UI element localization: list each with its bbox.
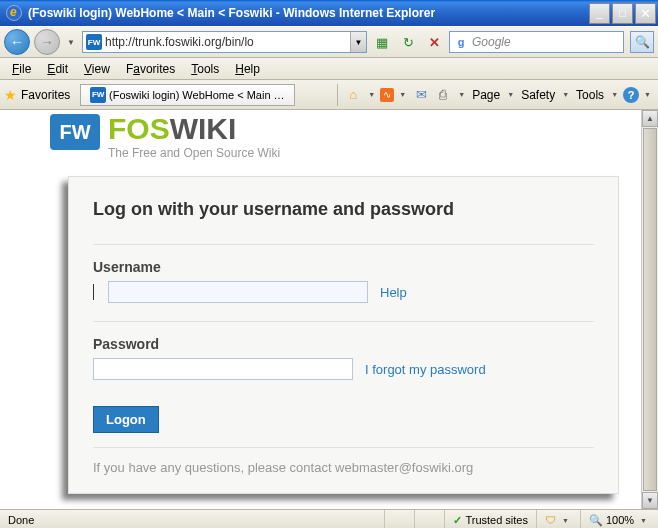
zoom-value: 100%: [606, 514, 634, 526]
navigation-toolbar: ← → ▼ FW http://trunk.foswiki.org/bin/lo…: [0, 26, 658, 58]
tab-favicon: FW: [90, 87, 106, 103]
stop-button[interactable]: ✕: [423, 31, 445, 53]
logo-text: FOSWIKI: [108, 114, 280, 144]
login-footer: If you have any questions, please contac…: [93, 447, 594, 475]
home-icon[interactable]: ⌂: [343, 85, 363, 105]
password-label: Password: [93, 336, 594, 352]
logon-button[interactable]: Logon: [93, 406, 159, 433]
arrow-left-icon: ←: [10, 34, 24, 50]
rss-dropdown[interactable]: ▼: [396, 91, 409, 98]
refresh-button[interactable]: ↻: [397, 31, 419, 53]
menu-help[interactable]: Help: [227, 60, 268, 78]
site-favicon: FW: [86, 34, 102, 50]
menu-edit[interactable]: Edit: [39, 60, 76, 78]
home-dropdown[interactable]: ▼: [365, 91, 378, 98]
search-box[interactable]: g Google: [449, 31, 624, 53]
command-bar: ★ Favorites FW (Foswiki login) WebHome <…: [0, 80, 658, 110]
rss-icon[interactable]: ∿: [380, 88, 394, 102]
page-content: FW FOSWIKI The Free and Open Source Wiki…: [0, 110, 658, 509]
vertical-scrollbar[interactable]: ▲ ▼: [641, 110, 658, 509]
compat-view-icon[interactable]: ▦: [371, 31, 393, 53]
browser-tab[interactable]: FW (Foswiki login) WebHome < Main < ...: [80, 84, 295, 106]
nav-history-dropdown[interactable]: ▼: [64, 32, 78, 52]
status-protected-mode[interactable]: 🛡 ▼: [537, 510, 581, 528]
forgot-password-link[interactable]: I forgot my password: [365, 362, 486, 377]
status-empty1: [385, 510, 415, 528]
status-empty2: [415, 510, 445, 528]
status-text: Done: [0, 510, 385, 528]
menu-view[interactable]: View: [76, 60, 118, 78]
url-text[interactable]: http://trunk.foswiki.org/bin/lo: [105, 35, 350, 49]
menu-favorites[interactable]: Favorites: [118, 60, 183, 78]
shield-icon: 🛡: [545, 514, 556, 526]
page-menu[interactable]: Page: [470, 88, 502, 102]
status-zone[interactable]: ✓ Trusted sites: [445, 510, 537, 528]
search-button[interactable]: 🔍: [630, 31, 654, 53]
help-icon[interactable]: ?: [623, 87, 639, 103]
safety-menu[interactable]: Safety: [519, 88, 557, 102]
search-placeholder: Google: [472, 35, 623, 49]
favorites-star-icon[interactable]: ★: [4, 87, 17, 103]
logo-tagline: The Free and Open Source Wiki: [108, 146, 280, 160]
mail-icon[interactable]: ✉: [411, 85, 431, 105]
zone-text: Trusted sites: [465, 514, 528, 526]
close-button[interactable]: ✕: [635, 3, 656, 24]
print-dropdown[interactable]: ▼: [455, 91, 468, 98]
tab-title: (Foswiki login) WebHome < Main < ...: [109, 89, 288, 101]
password-input[interactable]: [93, 358, 353, 380]
site-logo: FW FOSWIKI The Free and Open Source Wiki: [0, 110, 641, 168]
tools-menu[interactable]: Tools: [574, 88, 606, 102]
text-cursor: [93, 284, 94, 300]
menu-file[interactable]: File: [4, 60, 39, 78]
ie-icon: [6, 5, 22, 21]
check-icon: ✓: [453, 514, 462, 527]
logo-badge: FW: [50, 114, 100, 150]
maximize-button[interactable]: □: [612, 3, 633, 24]
scroll-thumb[interactable]: [643, 128, 657, 491]
username-label: Username: [93, 259, 594, 275]
status-bar: Done ✓ Trusted sites 🛡 ▼ 🔍 100% ▼: [0, 509, 658, 528]
username-input[interactable]: [108, 281, 368, 303]
username-group: Username Help: [93, 244, 594, 321]
status-zoom[interactable]: 🔍 100% ▼: [581, 510, 658, 528]
favorites-button[interactable]: Favorites: [21, 88, 70, 102]
back-button[interactable]: ←: [4, 29, 30, 55]
window-titlebar: (Foswiki login) WebHome < Main < Foswiki…: [0, 0, 658, 26]
address-dropdown[interactable]: ▼: [350, 32, 366, 52]
address-bar[interactable]: FW http://trunk.foswiki.org/bin/lo ▼: [82, 31, 367, 53]
forward-button: →: [34, 29, 60, 55]
username-help-link[interactable]: Help: [380, 285, 407, 300]
password-group: Password I forgot my password: [93, 321, 594, 398]
google-icon: g: [453, 34, 469, 50]
scroll-down-button[interactable]: ▼: [642, 492, 658, 509]
zoom-icon: 🔍: [589, 514, 603, 527]
menu-bar: File Edit View Favorites Tools Help: [0, 58, 658, 80]
arrow-right-icon: →: [40, 34, 54, 50]
menu-tools[interactable]: Tools: [183, 60, 227, 78]
window-title: (Foswiki login) WebHome < Main < Foswiki…: [26, 6, 587, 20]
login-heading: Log on with your username and password: [93, 199, 594, 220]
scroll-up-button[interactable]: ▲: [642, 110, 658, 127]
print-icon[interactable]: ⎙: [433, 85, 453, 105]
minimize-button[interactable]: _: [589, 3, 610, 24]
login-panel: Log on with your username and password U…: [68, 176, 619, 494]
